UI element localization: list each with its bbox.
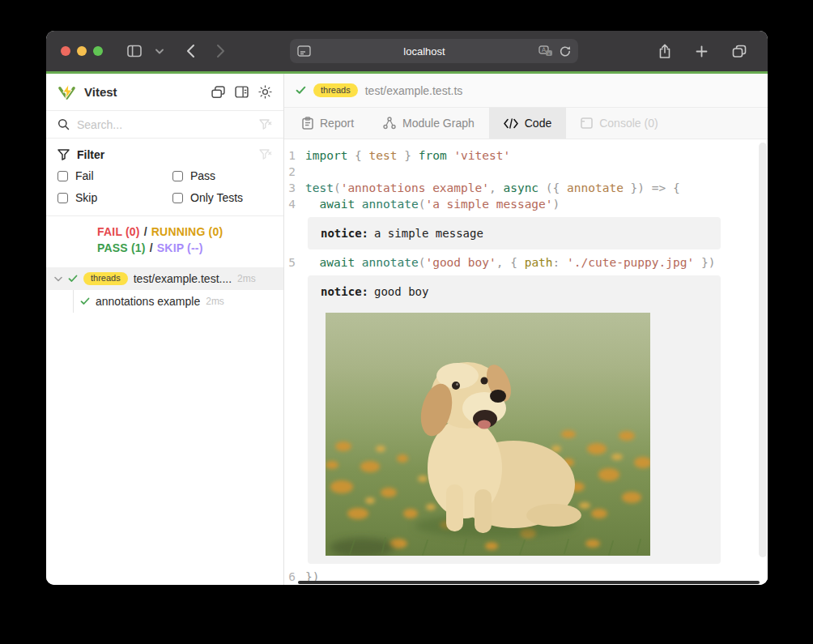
file-header: threads test/example.test.ts bbox=[284, 74, 768, 108]
window-controls bbox=[61, 46, 103, 56]
run-status-summary: FAIL (0) / RUNNING (0) PASS (1) / SKIP (… bbox=[46, 216, 283, 262]
sidebar-icon bbox=[127, 45, 143, 58]
module-graph-icon bbox=[383, 117, 396, 130]
test-case-duration: 2ms bbox=[206, 296, 224, 307]
search-input[interactable] bbox=[77, 118, 252, 131]
filter-section: Filter Fail Pass Skip Only Tests bbox=[46, 139, 283, 216]
pass-check-icon bbox=[80, 297, 90, 305]
annotation-type: notice: bbox=[321, 285, 368, 298]
console-icon bbox=[581, 117, 593, 129]
tab-overview-button[interactable] bbox=[726, 39, 753, 63]
code-line-1: 1import { test } from 'vitest' bbox=[284, 147, 768, 164]
app-title: Vitest bbox=[84, 85, 203, 99]
tabs-overview-icon bbox=[732, 45, 747, 58]
toolbar-right-buttons bbox=[652, 39, 753, 63]
close-button[interactable] bbox=[61, 46, 70, 56]
test-case-name: annotations example bbox=[96, 295, 200, 308]
checkbox-only-tests[interactable] bbox=[172, 193, 183, 203]
test-case-row[interactable]: annotations example 2ms bbox=[74, 290, 283, 313]
code-line-4: 4 await annotate('a simple message') bbox=[284, 196, 768, 212]
theme-toggle-sun-icon[interactable] bbox=[258, 85, 272, 99]
address-bar[interactable]: localhost Ax bbox=[290, 39, 578, 63]
checkbox-skip[interactable] bbox=[57, 193, 68, 203]
pool-badge: threads bbox=[313, 83, 358, 96]
annotation-notice: notice:a simple message bbox=[308, 217, 721, 249]
chevron-down-icon bbox=[155, 49, 164, 54]
code-line-3: 3test('annotations example', async ({ an… bbox=[284, 180, 768, 196]
vertical-scrollbar[interactable] bbox=[759, 143, 767, 557]
checkbox-pass-label: Pass bbox=[190, 169, 215, 182]
filter-title: Filter bbox=[77, 148, 252, 161]
chevron-left-icon bbox=[186, 44, 195, 58]
browser-toolbar: localhost Ax bbox=[46, 31, 768, 71]
code-line-2: 2 bbox=[284, 164, 768, 180]
browser-window: localhost Ax Vitest bbox=[46, 31, 768, 585]
main-panel: threads test/example.test.ts Report Modu… bbox=[284, 74, 768, 585]
test-tree: threads test/example.test.... 2ms annota… bbox=[46, 267, 283, 313]
minimize-button[interactable] bbox=[77, 46, 87, 56]
code-viewer[interactable]: 1import { test } from 'vitest' 2 3test('… bbox=[284, 139, 768, 585]
vitest-logo bbox=[57, 83, 76, 100]
running-count: RUNNING (0) bbox=[151, 224, 223, 240]
clear-search-filter-icon[interactable] bbox=[259, 119, 272, 130]
clear-filter-icon[interactable] bbox=[259, 149, 272, 160]
pass-check-icon bbox=[296, 86, 306, 95]
chevron-down-icon[interactable] bbox=[54, 276, 62, 282]
website-settings-icon bbox=[297, 45, 311, 57]
tab-code[interactable]: Code bbox=[489, 108, 566, 139]
test-file-duration: 2ms bbox=[237, 273, 256, 284]
fail-count: FAIL (0) bbox=[97, 224, 140, 240]
puppy-image bbox=[326, 313, 650, 556]
collapse-panels-icon[interactable] bbox=[211, 86, 225, 99]
sidebar-menu-chevron[interactable] bbox=[149, 39, 170, 63]
file-path: test/example.test.ts bbox=[365, 84, 463, 97]
tab-console: Console (0) bbox=[566, 108, 672, 139]
sidebar-header: Vitest bbox=[46, 74, 283, 111]
annotation-notice: notice:good boy bbox=[308, 275, 721, 564]
forward-button[interactable] bbox=[210, 39, 232, 63]
horizontal-scrollbar[interactable] bbox=[298, 581, 760, 584]
report-clipboard-icon bbox=[302, 117, 313, 130]
tab-bar: Report Module Graph Code Console (0) bbox=[284, 108, 768, 139]
annotation-message: good boy bbox=[374, 285, 428, 298]
pool-badge: threads bbox=[83, 272, 128, 285]
checkbox-fail-label: Fail bbox=[75, 169, 94, 182]
code-line-5: 5 await annotate('good boy', { path: './… bbox=[284, 254, 768, 271]
search-icon bbox=[57, 118, 70, 130]
checkbox-fail[interactable] bbox=[57, 171, 68, 181]
new-tab-button[interactable] bbox=[689, 39, 714, 63]
chevron-right-icon bbox=[216, 44, 225, 58]
code-icon bbox=[504, 118, 518, 129]
plus-icon bbox=[696, 45, 708, 58]
url-text: localhost bbox=[311, 45, 538, 58]
checkbox-skip-label: Skip bbox=[75, 191, 97, 204]
test-file-row[interactable]: threads test/example.test.... 2ms bbox=[46, 267, 283, 290]
back-button[interactable] bbox=[180, 39, 202, 63]
translate-icon[interactable]: Ax bbox=[538, 45, 554, 57]
pass-count: PASS (1) bbox=[97, 240, 146, 256]
dashboard-icon[interactable] bbox=[235, 86, 249, 98]
tab-report[interactable]: Report bbox=[287, 108, 368, 139]
checkbox-only-tests-label: Only Tests bbox=[190, 191, 243, 204]
sidebar: Vitest Filter Fail bbox=[46, 74, 284, 585]
tab-module-graph[interactable]: Module Graph bbox=[368, 108, 489, 139]
share-button[interactable] bbox=[652, 39, 678, 63]
skip-count: SKIP (--) bbox=[157, 240, 203, 256]
zoom-button[interactable] bbox=[93, 46, 103, 56]
pass-check-icon bbox=[68, 275, 78, 283]
checkbox-pass[interactable] bbox=[172, 171, 183, 181]
test-file-name: test/example.test.... bbox=[134, 272, 232, 285]
reload-icon[interactable] bbox=[560, 45, 571, 58]
annotation-type: notice: bbox=[321, 227, 368, 240]
search-row bbox=[46, 111, 283, 139]
filter-funnel-icon bbox=[57, 149, 70, 160]
annotation-message: a simple message bbox=[374, 227, 483, 240]
share-icon bbox=[658, 44, 671, 59]
sidebar-toggle-button[interactable] bbox=[121, 39, 149, 63]
